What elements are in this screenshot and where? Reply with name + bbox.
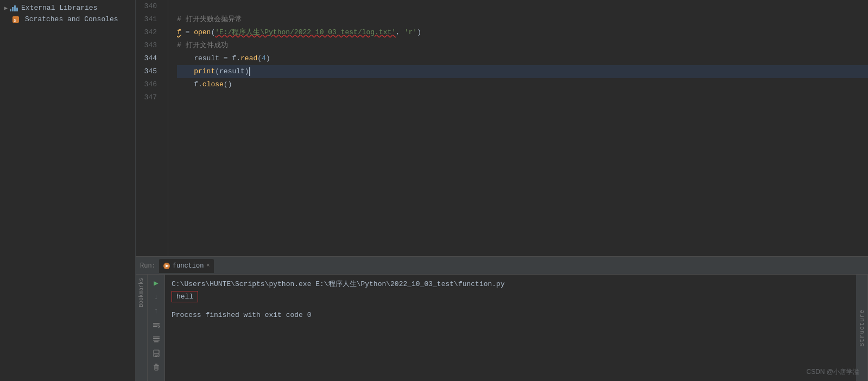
line-342: 342 — [136, 26, 162, 39]
paren-345-close: ) — [245, 65, 249, 78]
eq-344: = — [219, 52, 232, 65]
indent-345 — [177, 65, 194, 78]
run-output-box: hell — [172, 291, 198, 302]
line-344: 344 — [136, 52, 162, 65]
var-f: f — [177, 26, 181, 39]
svg-rect-9 — [153, 340, 160, 341]
bottom-panel: Run: function × Bookmarks ▶ — [136, 256, 868, 381]
code-line-341: # 打开失败会抛异常 — [177, 13, 868, 26]
func-read: read — [240, 52, 257, 65]
paren-342-open: ( — [211, 26, 215, 39]
watermark: CSDN @小唐学溢 — [806, 367, 859, 377]
svg-rect-4 — [153, 323, 160, 324]
func-print: print — [194, 65, 215, 78]
structure-strip: Structure — [856, 275, 868, 381]
func-close: close — [202, 78, 224, 91]
code-line-346: f . close () — [177, 78, 868, 91]
run-toolbar: ▶ ↓ ↑ — [148, 275, 165, 381]
run-tab-name: function — [173, 262, 204, 270]
run-output: C:\Users\HUNTE\Scripts\python.exe E:\程序人… — [165, 275, 856, 381]
run-tab-close[interactable]: × — [206, 263, 210, 269]
var-result-345: result — [219, 65, 245, 78]
run-trash-button[interactable] — [150, 361, 162, 373]
run-wrap-button[interactable] — [150, 319, 162, 331]
dot-346: . — [198, 78, 202, 91]
line-347: 347 — [136, 91, 162, 104]
run-down-button[interactable]: ↓ — [150, 291, 162, 303]
cursor — [249, 67, 250, 76]
sidebar: ▶ External Libraries s Scratches and Con… — [0, 0, 136, 381]
code-line-347 — [177, 91, 868, 104]
run-print-button[interactable] — [150, 347, 162, 359]
run-play-button[interactable]: ▶ — [150, 277, 162, 289]
external-libraries-label: External Libraries — [21, 4, 97, 12]
code-content[interactable]: # 打开失败会抛异常 f = open ( 'E:/程序人生\Python/20… — [168, 0, 868, 256]
line-343: 343 — [136, 39, 162, 52]
code-line-345: print ( result ) — [177, 65, 868, 78]
paren-344-open: ( — [257, 52, 262, 65]
external-libraries-icon — [10, 5, 18, 11]
line-341: 341 — [136, 13, 162, 26]
indent-344 — [177, 52, 194, 65]
svg-rect-14 — [155, 356, 157, 357]
paren-346: () — [224, 78, 232, 91]
run-label: Run: — [140, 262, 156, 270]
string-path: 'E:/程序人生\Python/2022_10_03_test/log.txt' — [215, 26, 396, 39]
code-editor: 340 341 342 343 344 345 346 347 # 打开失败会抛… — [136, 0, 868, 256]
dot-344: . — [236, 52, 240, 65]
svg-rect-8 — [153, 338, 160, 339]
code-line-343: # 打开文件成功 — [177, 39, 868, 52]
code-line-342: f = open ( 'E:/程序人生\Python/2022_10_03_te… — [177, 26, 868, 39]
structure-label[interactable]: Structure — [859, 309, 865, 346]
line-345: 345 — [136, 65, 162, 78]
run-tab-icon — [163, 263, 170, 269]
code-line-340 — [177, 0, 868, 13]
svg-rect-10 — [154, 341, 159, 342]
main-area: 340 341 342 343 344 345 346 347 # 打开失败会抛… — [136, 0, 868, 381]
bookmarks-label[interactable]: Bookmarks — [138, 278, 144, 307]
code-line-344: result = f . read ( 4 ) — [177, 52, 868, 65]
run-tabbar: Run: function × — [136, 257, 868, 275]
chevron-right-icon: ▶ — [4, 5, 8, 11]
run-tab-function[interactable]: function × — [159, 259, 214, 273]
num-4: 4 — [262, 52, 266, 65]
bookmarks-strip: Bookmarks — [136, 275, 148, 381]
scratches-label: Scratches and Consoles — [25, 15, 118, 23]
comment-343: # 打开文件成功 — [177, 39, 228, 52]
run-panel-body: Bookmarks ▶ ↓ ↑ — [136, 275, 868, 381]
run-up-button[interactable]: ↑ — [150, 305, 162, 317]
line-340: 340 — [136, 0, 162, 13]
scratches-icon: s — [12, 16, 20, 23]
var-result: result — [194, 52, 219, 65]
line-346: 346 — [136, 78, 162, 91]
svg-rect-7 — [153, 336, 160, 338]
run-output-box-wrapper: hell — [172, 291, 850, 307]
indent-346 — [177, 78, 194, 91]
run-align-button[interactable] — [150, 333, 162, 345]
paren-342-close: ) — [417, 26, 421, 39]
string-r: 'r' — [404, 26, 417, 39]
func-open: open — [194, 26, 211, 39]
svg-rect-13 — [155, 355, 158, 355]
paren-344-close: ) — [266, 52, 270, 65]
eq-342: = — [181, 26, 194, 39]
sidebar-item-external-libraries[interactable]: ▶ External Libraries — [0, 2, 135, 14]
run-command: C:\Users\HUNTE\Scripts\python.exe E:\程序人… — [172, 279, 850, 289]
svg-rect-5 — [153, 325, 160, 326]
comma-342: , — [396, 26, 404, 39]
svg-text:s: s — [14, 18, 16, 23]
comment-341: # 打开失败会抛异常 — [177, 13, 242, 26]
svg-rect-15 — [155, 365, 158, 370]
run-exit-message: Process finished with exit code 0 — [172, 311, 850, 319]
f-344: f — [232, 52, 236, 65]
svg-rect-11 — [154, 350, 159, 354]
line-numbers: 340 341 342 343 344 345 346 347 — [136, 0, 168, 256]
sidebar-item-scratches[interactable]: s Scratches and Consoles — [0, 14, 135, 25]
f-346: f — [194, 78, 198, 91]
paren-345-open: ( — [215, 65, 219, 78]
svg-rect-6 — [153, 326, 157, 327]
